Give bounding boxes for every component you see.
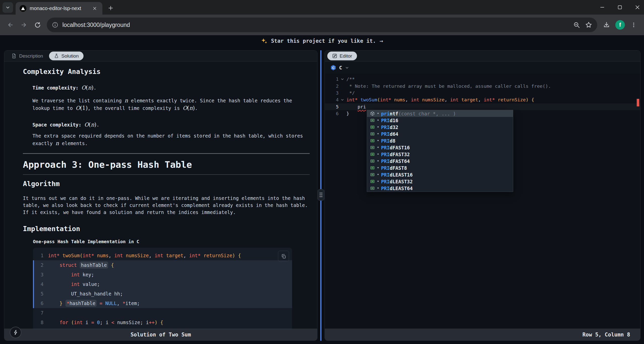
zoom-out-button[interactable] [571,19,583,31]
suggestion-list: •printf(const char *, ... )•PRId16•PRId3… [367,110,513,192]
constant-icon [370,124,375,130]
suggest-label: PRIdFAST16 [381,145,410,150]
url-text: localhost:3000/playground [62,22,571,28]
new-tab-button[interactable] [106,3,116,13]
divider-grip-handle[interactable] [318,189,324,201]
editor-line-number: 5 [325,104,339,109]
copy-code-button[interactable] [278,251,289,262]
tab-solution[interactable]: Solution [49,52,84,60]
copy-icon [281,254,286,259]
symbol-constant-icon [370,118,375,123]
downloads-button[interactable] [601,19,612,30]
suggest-item[interactable]: •PRIdLEAST64 [367,185,513,192]
symbol-function-cube-icon [370,111,375,116]
algorithm-paragraph: It turns out we can do it in one-pass. W… [23,195,310,216]
code-lines: 1int* twoSum(int* nums, int numsSize, in… [33,251,292,329]
suggest-label: PRId32 [381,124,398,130]
suggest-label: PRIdLEAST16 [381,172,413,178]
maximize-button[interactable] [617,4,623,10]
suggest-item[interactable]: •PRIdFAST32 [367,151,513,158]
minimize-button[interactable] [599,4,605,10]
close-icon [635,5,640,10]
browser-menu-button[interactable] [628,19,639,30]
browser-window: monaco-editor-lsp-next [0,0,644,344]
suggest-item[interactable]: •PRIdFAST16 [367,144,513,151]
panel-resize-divider[interactable] [317,50,325,341]
left-status-bar: Solution of Two Sum [4,329,317,340]
code-text: int* twoSum(int* nums, int numsSize, int… [44,253,241,258]
suggest-item[interactable]: •PRId8 [367,137,513,144]
quick-action-button[interactable] [10,327,21,338]
tab-close-button[interactable] [91,5,98,12]
suggest-item[interactable]: •PRIdLEAST32 [367,178,513,185]
editor-line[interactable]: 1/** [325,76,640,82]
window-controls [599,0,640,15]
avatar-letter: f [619,22,621,28]
editor-line[interactable]: 4int* twoSum(int* nums, int numsSize, in… [325,96,640,103]
star-project-banner[interactable]: Star this project if you like it. → [0,35,644,47]
suggest-label: PRIdLEAST32 [381,179,413,184]
fold-toggle[interactable] [339,77,346,81]
tab-solution-label: Solution [61,53,79,59]
fold-chevron-icon [340,77,344,81]
close-icon [93,6,97,11]
constant-icon [370,186,375,191]
suggest-item[interactable]: •printf(const char *, ... ) [367,110,513,117]
close-window-button[interactable] [634,4,640,10]
monaco-editor[interactable]: 1/**2 * Note: The returned array must be… [325,74,640,329]
tab-editor[interactable]: Editor [327,52,357,60]
constant-icon [370,145,375,150]
back-button[interactable] [5,19,16,30]
editor-status-bar: Row 5, Column 8 [325,329,640,340]
suggest-item[interactable]: •PRId16 [367,117,513,124]
forward-button[interactable] [18,19,29,30]
code-text: int key; [44,272,94,277]
address-bar[interactable]: localhost:3000/playground [47,18,597,32]
suggest-bullet: • [377,145,379,150]
edit-pencil-icon [332,53,337,59]
sparkles-icon [261,38,267,44]
tab-search-button[interactable] [3,2,13,13]
code-line: 9 int complement = target - nums[i]; [33,327,292,329]
suggest-item[interactable]: •PRId64 [367,131,513,137]
suggest-item[interactable]: •PRId32 [367,124,513,131]
suggest-item[interactable]: •PRIdFAST8 [367,164,513,171]
tab-editor-label: Editor [340,53,352,59]
editor-code-text: pri [346,104,366,109]
browser-tab[interactable]: monaco-editor-lsp-next [16,2,102,15]
editor-line-number: 2 [325,83,339,89]
code-line: 6 } *hashTable = NULL, *item; [33,298,292,308]
suggest-label: PRIdFAST32 [381,152,410,157]
reload-button[interactable] [32,19,43,30]
language-selector[interactable]: C C [325,62,640,74]
time-complexity-paragraph: We traverse the list containing n elemen… [32,97,310,112]
bookmark-button[interactable] [583,19,595,31]
left-panel-header: Description Solution [4,51,317,62]
editor-line[interactable]: 5 pri [325,103,640,110]
fold-toggle[interactable] [339,98,346,102]
implementation-heading: Implementation [23,225,310,233]
editor-line[interactable]: 2 * Note: The returned array must be mal… [325,82,640,89]
suggest-label: PRIdLEAST64 [381,186,413,191]
suggest-item[interactable]: •PRIdFAST64 [367,158,513,164]
lightning-icon [13,330,18,335]
avatar[interactable]: f [615,20,625,30]
code-line: 4 int value; [33,279,292,289]
editor-code-text: } [346,111,349,116]
code-line: 2 struct hashTable { [33,260,292,270]
algorithm-heading: Algorithm [23,180,310,188]
line-number: 8 [33,320,44,325]
editor-line[interactable]: 3 */ [325,90,640,96]
solution-document: Complexity Analysis Time complexity: O(n… [4,62,317,329]
code-block: 1int* twoSum(int* nums, int numsSize, in… [33,248,292,329]
editor-code-text: /** [346,76,355,82]
suggest-item[interactable]: •PRIdLEAST16 [367,171,513,178]
code-line: 5 UT_hash_handle hh; [33,289,292,298]
tab-description-label: Description [19,53,43,59]
constant-icon [370,152,375,157]
autocomplete-dropdown: •printf(const char *, ... )•PRId16•PRId3… [367,110,513,192]
suggest-label: PRIdFAST8 [381,165,407,171]
suggest-label: printf(const char *, ... ) [381,111,456,116]
tab-description[interactable]: Description [11,53,43,59]
editor-code-text: * Note: The returned array must be mallo… [346,83,551,89]
